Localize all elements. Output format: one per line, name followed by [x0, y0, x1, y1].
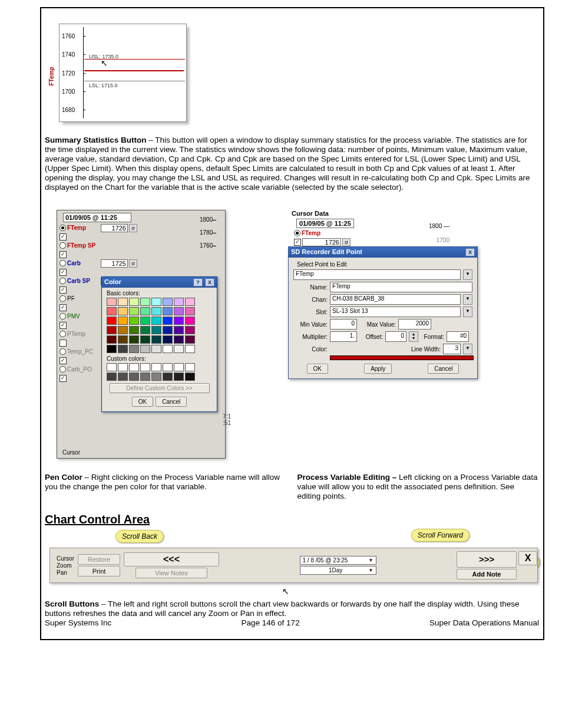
view-notes-button[interactable]: View Notes [135, 568, 207, 578]
max-input[interactable]: 2000 [398, 319, 431, 330]
color-swatch[interactable] [185, 298, 195, 306]
color-swatch[interactable] [163, 335, 173, 344]
color-swatch[interactable] [185, 317, 195, 325]
chevron-down-icon[interactable]: ▼ [463, 307, 472, 317]
color-swatch[interactable] [118, 298, 128, 306]
custom-swatch[interactable] [129, 373, 139, 381]
color-swatch[interactable] [129, 335, 139, 344]
color-swatch[interactable] [185, 345, 195, 353]
var-radio[interactable] [59, 313, 66, 319]
color-swatch[interactable] [118, 345, 128, 353]
var-radio[interactable] [59, 242, 66, 249]
edit-ok-button[interactable]: OK [307, 364, 328, 374]
custom-swatch[interactable] [163, 373, 173, 381]
var-check[interactable]: ✓ [59, 357, 67, 364]
close-icon[interactable]: X [205, 278, 214, 286]
var-check[interactable]: ✓ [59, 375, 67, 382]
color-swatch[interactable] [118, 326, 128, 334]
var-name[interactable]: PMV [67, 313, 100, 319]
name-input[interactable]: FTemp [330, 282, 472, 292]
custom-swatch[interactable] [107, 363, 117, 371]
scroll-back-button[interactable]: <<< [124, 552, 219, 566]
edit-var-name[interactable]: FTemp [302, 230, 334, 236]
color-swatch[interactable] [107, 326, 117, 334]
var-radio[interactable] [59, 348, 66, 355]
color-swatch[interactable] [174, 298, 184, 306]
slot-input[interactable]: SL-13 Slot 13 [330, 307, 461, 317]
color-swatch[interactable] [163, 298, 173, 306]
close-icon[interactable]: X [465, 248, 475, 256]
color-swatch[interactable] [163, 307, 173, 315]
custom-swatch[interactable] [118, 373, 128, 381]
var-name[interactable]: PTemp [67, 331, 100, 337]
realtime-button[interactable]: X [518, 551, 537, 565]
color-swatch[interactable] [185, 307, 195, 315]
color-swatch[interactable] [151, 307, 161, 315]
print-button[interactable]: Print [78, 566, 120, 577]
custom-swatch[interactable] [107, 373, 117, 381]
var-name[interactable]: FTemp [67, 225, 100, 231]
color-swatch[interactable] [140, 307, 150, 315]
color-swatch[interactable] [151, 326, 161, 334]
custom-color-grid[interactable] [107, 363, 212, 381]
var-name[interactable]: PF [67, 295, 100, 302]
var-radio[interactable] [59, 278, 66, 284]
color-preview[interactable] [330, 355, 474, 360]
color-swatch[interactable] [151, 335, 161, 344]
select-point-input[interactable]: FTemp [293, 269, 461, 280]
var-name[interactable]: Carb_PO [67, 366, 100, 373]
color-swatch[interactable] [174, 317, 184, 325]
var-radio[interactable] [59, 366, 66, 373]
var-check[interactable] [59, 340, 67, 347]
edit-apply-button[interactable]: Apply [364, 364, 392, 374]
color-swatch[interactable] [163, 317, 173, 325]
spinner-icon[interactable]: ▲▼ [409, 331, 418, 342]
color-swatch[interactable] [151, 345, 161, 353]
color-swatch[interactable] [118, 317, 128, 325]
chan-input[interactable]: CH-038 BCARB_38 [330, 294, 461, 305]
color-swatch[interactable] [140, 298, 150, 306]
format-input[interactable]: #0 [447, 331, 469, 342]
sigma-button[interactable]: σ [129, 224, 137, 232]
edit-cancel-button[interactable]: Cancel [428, 364, 459, 374]
color-swatch[interactable] [129, 345, 139, 353]
chevron-down-icon[interactable]: ▼ [463, 294, 472, 305]
var-check[interactable]: ✓ [59, 269, 67, 276]
color-swatch[interactable] [129, 307, 139, 315]
color-swatch[interactable] [107, 298, 117, 306]
scroll-forward-button[interactable]: >>> [457, 551, 517, 568]
color-swatch[interactable] [174, 335, 184, 344]
custom-swatch[interactable] [185, 373, 195, 381]
color-swatch[interactable] [118, 335, 128, 344]
custom-swatch[interactable] [118, 363, 128, 371]
color-swatch[interactable] [107, 335, 117, 344]
color-swatch[interactable] [129, 326, 139, 334]
color-swatch[interactable] [140, 326, 150, 334]
custom-swatch[interactable] [163, 363, 173, 371]
custom-swatch[interactable] [129, 363, 139, 371]
custom-swatch[interactable] [174, 363, 184, 371]
var-name[interactable]: Carb [67, 260, 100, 266]
linewidth-input[interactable]: 3 [443, 344, 461, 354]
var-check[interactable]: ✓ [59, 304, 67, 311]
sigma-button[interactable]: σ [342, 238, 351, 246]
help-icon[interactable]: ? [193, 278, 203, 286]
color-swatch[interactable] [118, 307, 128, 315]
var-check[interactable]: ✓ [59, 322, 67, 329]
color-swatch[interactable] [140, 345, 150, 353]
color-swatch[interactable] [163, 345, 173, 353]
custom-swatch[interactable] [151, 363, 161, 371]
custom-swatch[interactable] [140, 363, 150, 371]
var-name[interactable]: Temp_PC [67, 348, 100, 355]
color-swatch[interactable] [151, 298, 161, 306]
color-swatch[interactable] [185, 326, 195, 334]
add-note-button[interactable]: Add Note [457, 569, 517, 579]
basic-color-grid[interactable] [107, 298, 212, 353]
custom-swatch[interactable] [185, 363, 195, 371]
chevron-down-icon[interactable]: ▼ [463, 269, 472, 280]
color-ok-button[interactable]: OK [132, 397, 153, 407]
color-swatch[interactable] [151, 317, 161, 325]
sigma-button[interactable]: σ [129, 259, 137, 268]
var-radio[interactable] [59, 331, 66, 337]
define-custom-button[interactable]: Define Custom Colors >> [110, 383, 210, 393]
